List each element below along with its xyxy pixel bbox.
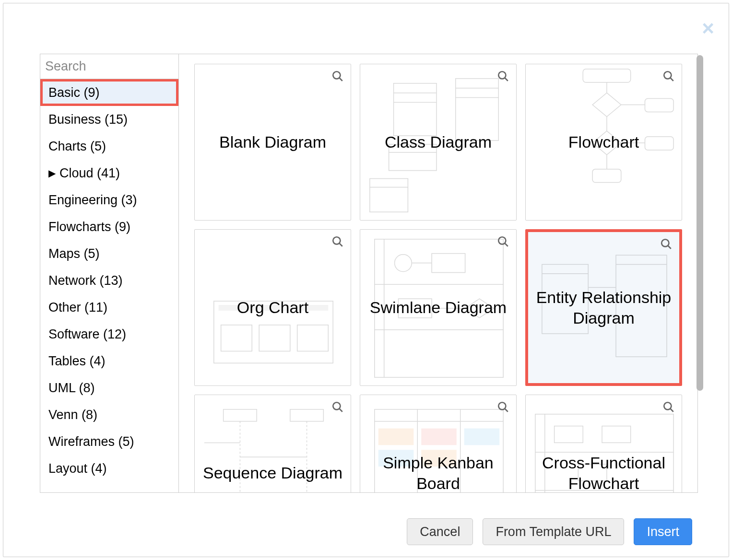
- category-sidebar: Basic (9)Business (15)Charts (5)▶Cloud (…: [40, 54, 179, 492]
- svg-rect-6: [394, 83, 437, 136]
- template-dialog: × Basic (9)Business (15)Charts (5)▶Cloud…: [3, 3, 729, 557]
- category-item[interactable]: Basic (9): [40, 79, 178, 106]
- insert-button[interactable]: Insert: [634, 518, 692, 545]
- close-icon[interactable]: ×: [702, 18, 714, 39]
- category-item[interactable]: Layout (4): [40, 455, 178, 482]
- svg-rect-26: [645, 137, 673, 150]
- category-item[interactable]: Venn (8): [40, 401, 178, 428]
- magnify-icon[interactable]: [497, 235, 509, 250]
- category-label: Flowcharts (9): [48, 220, 130, 234]
- category-label: Business (15): [48, 112, 128, 127]
- category-label: Maps (5): [48, 246, 100, 261]
- category-item[interactable]: Business (15): [40, 106, 178, 133]
- category-item[interactable]: Engineering (3): [40, 187, 178, 213]
- category-label: UML (8): [48, 381, 95, 396]
- magnify-icon[interactable]: [331, 70, 344, 84]
- svg-point-42: [395, 255, 412, 272]
- svg-rect-83: [602, 426, 631, 443]
- template-card[interactable]: Org Chart: [194, 229, 351, 386]
- template-label: Cross-Functional Flowchart: [526, 453, 682, 492]
- category-item[interactable]: Wireframes (5): [40, 428, 178, 455]
- category-label: Wireframes (5): [48, 434, 134, 449]
- svg-rect-35: [297, 325, 329, 351]
- template-area: Blank DiagramClass DiagramFlowchartOrg C…: [179, 54, 697, 492]
- magnify-icon[interactable]: [331, 235, 344, 250]
- expand-arrow-icon: ▶: [48, 167, 56, 179]
- svg-rect-58: [224, 409, 257, 421]
- svg-rect-22: [645, 99, 673, 112]
- svg-line-66: [505, 408, 508, 412]
- magnify-icon[interactable]: [662, 401, 675, 415]
- category-label: Network (13): [48, 273, 123, 288]
- search-input[interactable]: [45, 59, 179, 74]
- svg-rect-43: [432, 254, 465, 273]
- category-item[interactable]: Tables (4): [40, 348, 178, 374]
- template-grid: Blank DiagramClass DiagramFlowchartOrg C…: [194, 64, 688, 492]
- svg-rect-75: [464, 429, 500, 445]
- svg-rect-73: [421, 429, 457, 445]
- svg-point-56: [333, 402, 340, 409]
- category-item[interactable]: Charts (5): [40, 133, 178, 160]
- category-item[interactable]: Software (12): [40, 321, 178, 348]
- template-card[interactable]: Entity Relationship Diagram: [525, 229, 682, 386]
- svg-rect-59: [290, 409, 324, 421]
- template-label: Simple Kanban Board: [360, 453, 516, 492]
- svg-line-17: [670, 78, 673, 81]
- svg-point-4: [498, 71, 506, 79]
- template-card[interactable]: Cross-Functional Flowchart: [525, 395, 682, 492]
- svg-rect-18: [583, 69, 630, 82]
- magnify-icon[interactable]: [662, 70, 675, 84]
- category-item[interactable]: Flowcharts (9): [40, 213, 178, 240]
- svg-line-57: [339, 408, 342, 412]
- magnify-icon[interactable]: [497, 401, 509, 415]
- template-label: Blank Diagram: [213, 132, 332, 152]
- svg-line-49: [668, 245, 671, 249]
- svg-rect-33: [221, 325, 252, 351]
- svg-line-3: [339, 78, 342, 81]
- magnify-icon[interactable]: [497, 70, 509, 84]
- template-label: Swimlane Diagram: [364, 297, 512, 318]
- svg-line-37: [505, 243, 508, 246]
- template-card[interactable]: Flowchart: [525, 64, 682, 221]
- category-item[interactable]: Maps (5): [40, 240, 178, 267]
- svg-line-5: [505, 78, 508, 81]
- template-card[interactable]: Class Diagram: [360, 64, 517, 221]
- template-card[interactable]: Sequence Diagram: [194, 395, 351, 492]
- category-label: Venn (8): [48, 408, 97, 422]
- cancel-button[interactable]: Cancel: [407, 518, 473, 545]
- svg-point-36: [498, 237, 506, 244]
- category-label: Charts (5): [48, 139, 106, 154]
- category-item[interactable]: Other (11): [40, 294, 178, 321]
- svg-rect-82: [555, 426, 583, 443]
- svg-rect-34: [259, 325, 290, 351]
- svg-marker-20: [592, 93, 621, 117]
- svg-point-16: [664, 71, 671, 79]
- template-label: Entity Relationship Diagram: [528, 287, 679, 328]
- svg-point-2: [333, 71, 340, 79]
- template-label: Class Diagram: [379, 132, 497, 152]
- category-list: Basic (9)Business (15)Charts (5)▶Cloud (…: [40, 79, 178, 492]
- svg-point-29: [333, 237, 340, 244]
- dialog-footer: Cancel From Template URL Insert: [40, 516, 692, 547]
- category-label: Engineering (3): [48, 193, 137, 208]
- category-label: Cloud (41): [59, 166, 120, 181]
- from-template-url-button[interactable]: From Template URL: [483, 518, 624, 545]
- dialog-content: Basic (9)Business (15)Charts (5)▶Cloud (…: [40, 54, 698, 493]
- svg-point-48: [661, 239, 669, 246]
- svg-line-30: [339, 243, 342, 246]
- template-label: Org Chart: [231, 297, 314, 318]
- category-item[interactable]: ▶Cloud (41): [40, 160, 178, 187]
- category-label: Basic (9): [48, 85, 100, 100]
- template-card[interactable]: Blank Diagram: [194, 64, 351, 221]
- category-item[interactable]: Network (13): [40, 267, 178, 294]
- svg-point-65: [498, 402, 506, 409]
- svg-rect-12: [370, 179, 408, 212]
- category-item[interactable]: UML (8): [40, 374, 178, 401]
- magnify-icon[interactable]: [660, 238, 673, 252]
- svg-rect-28: [592, 169, 621, 183]
- template-card[interactable]: Simple Kanban Board: [360, 395, 517, 492]
- template-label: Flowchart: [563, 132, 645, 152]
- scrollbar-thumb[interactable]: [697, 55, 703, 391]
- magnify-icon[interactable]: [331, 401, 344, 415]
- template-card[interactable]: Swimlane Diagram: [360, 229, 517, 386]
